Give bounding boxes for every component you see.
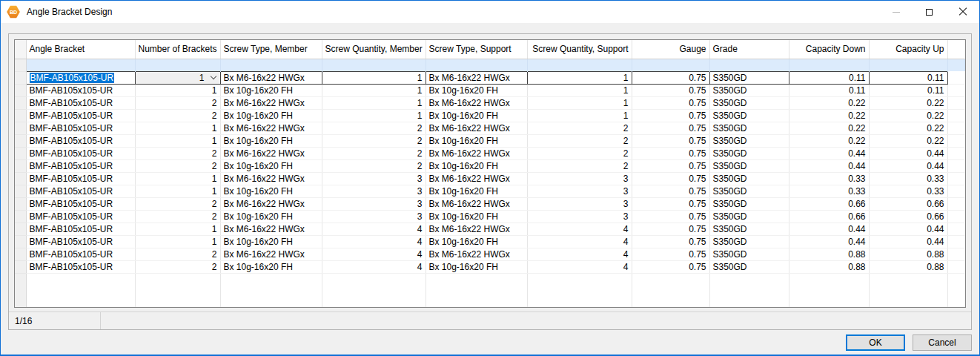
table-row[interactable]: BMF-AB105x105-UR2Bx 10g-16x20 FH3Bx 10g-… <box>15 210 965 222</box>
grid-cell-capacity-up[interactable]: 0.22 <box>869 109 947 122</box>
new-row-cell[interactable] <box>26 59 135 71</box>
grid-cell-grade[interactable]: S350GD <box>709 71 789 84</box>
grid-cell-screw-quantity-support[interactable]: 4 <box>527 260 632 273</box>
grid-cell-screw-type-support[interactable]: Bx 10g-16x20 FH <box>426 210 527 222</box>
grid-cell-screw-quantity-support[interactable]: 4 <box>527 248 632 260</box>
grid-cell-gauge[interactable]: 0.75 <box>632 147 709 159</box>
grid-cell-number-of-brackets[interactable]: 2 <box>135 260 220 273</box>
grid-cell-screw-quantity-support[interactable]: 4 <box>527 235 632 248</box>
grid-cell-angle-bracket[interactable]: BMF-AB105x105-UR <box>26 96 135 109</box>
grid-cell-screw-type-member[interactable]: Bx M6-16x22 HWGx <box>220 122 322 134</box>
grid-cell-angle-bracket[interactable]: BMF-AB105x105-UR <box>26 159 135 172</box>
minimize-button[interactable] <box>879 1 913 23</box>
grid-cell-capacity-up[interactable]: 0.44 <box>869 222 947 235</box>
table-row[interactable]: BMF-AB105x105-UR2Bx 10g-16x20 FH4Bx 10g-… <box>15 260 965 273</box>
grid-cell-screw-quantity-support[interactable]: 1 <box>527 109 632 122</box>
grid-cell-screw-quantity-member[interactable]: 2 <box>322 122 426 134</box>
grid-cell-screw-quantity-member[interactable]: 4 <box>322 248 426 260</box>
grid-cell-gauge[interactable]: 0.75 <box>632 260 709 273</box>
grid-cell-capacity-up[interactable]: 0.22 <box>869 134 947 147</box>
grid-cell-capacity-down[interactable]: 0.66 <box>789 197 869 210</box>
table-row[interactable]: BMF-AB105x105-UR1Bx 10g-16x20 FH4Bx 10g-… <box>15 235 965 248</box>
grid-cell-screw-type-support[interactable]: Bx M6-16x22 HWGx <box>426 248 527 260</box>
grid-cell-screw-quantity-member[interactable]: 4 <box>322 260 426 273</box>
table-row-selected[interactable]: BMF-AB105x105-UR1Bx M6-16x22 HWGx1Bx M6-… <box>15 71 965 84</box>
grid-cell-screw-type-member[interactable]: Bx 10g-16x20 FH <box>220 185 322 197</box>
grid-cell-screw-type-member[interactable]: Bx M6-16x22 HWGx <box>220 248 322 260</box>
new-row-cell[interactable] <box>426 59 527 71</box>
grid-cell-angle-bracket[interactable]: BMF-AB105x105-UR <box>26 172 135 185</box>
grid-cell-screw-quantity-support[interactable]: 3 <box>527 210 632 222</box>
number-of-brackets-combo[interactable]: 1 <box>136 72 220 84</box>
grid-cell-capacity-down[interactable]: 0.44 <box>789 159 869 172</box>
grid-cell-number-of-brackets[interactable]: 2 <box>135 197 220 210</box>
cancel-button[interactable]: Cancel <box>913 334 972 351</box>
row-header-cell[interactable] <box>15 96 26 109</box>
grid-cell-screw-quantity-support[interactable]: 2 <box>527 134 632 147</box>
grid-cell-screw-quantity-support[interactable]: 2 <box>527 147 632 159</box>
grid-cell-screw-type-member[interactable]: Bx M6-16x22 HWGx <box>220 96 322 109</box>
grid-cell-number-of-brackets[interactable]: 2 <box>135 159 220 172</box>
grid-cell-capacity-down[interactable]: 0.22 <box>789 96 869 109</box>
grid-cell-grade[interactable]: S350GD <box>709 185 789 197</box>
new-row-cell[interactable] <box>869 59 947 71</box>
grid-cell-gauge[interactable]: 0.75 <box>632 222 709 235</box>
grid-cell-gauge[interactable]: 0.75 <box>632 96 709 109</box>
grid-cell-number-of-brackets[interactable]: 1 <box>135 235 220 248</box>
grid-cell-screw-quantity-support[interactable]: 1 <box>527 96 632 109</box>
grid-cell-screw-quantity-member[interactable]: 1 <box>322 71 426 84</box>
grid-cell-capacity-down[interactable]: 0.66 <box>789 210 869 222</box>
table-row[interactable]: BMF-AB105x105-UR1Bx 10g-16x20 FH3Bx 10g-… <box>15 185 965 197</box>
grid-cell-screw-quantity-member[interactable]: 2 <box>322 147 426 159</box>
grid-cell-screw-type-support[interactable]: Bx 10g-16x20 FH <box>426 84 527 96</box>
grid-cell-gauge[interactable]: 0.75 <box>632 172 709 185</box>
grid-cell-number-of-brackets[interactable]: 2 <box>135 96 220 109</box>
grid-cell-screw-quantity-member[interactable]: 2 <box>322 159 426 172</box>
grid-cell-number-of-brackets[interactable]: 2 <box>135 109 220 122</box>
grid-cell-capacity-down[interactable]: 0.44 <box>789 235 869 248</box>
row-header-cell[interactable] <box>15 172 26 185</box>
grid-cell-screw-quantity-member[interactable]: 3 <box>322 172 426 185</box>
grid-cell-capacity-down[interactable]: 0.33 <box>789 185 869 197</box>
grid-cell-number-of-brackets[interactable]: 2 <box>135 147 220 159</box>
table-row[interactable]: BMF-AB105x105-UR2Bx M6-16x22 HWGx2Bx M6-… <box>15 147 965 159</box>
grid-cell-grade[interactable]: S350GD <box>709 222 789 235</box>
grid-cell-screw-quantity-support[interactable]: 1 <box>527 84 632 96</box>
grid-cell-capacity-down[interactable]: 0.33 <box>789 172 869 185</box>
grid-cell-screw-type-member[interactable]: Bx M6-16x22 HWGx <box>220 172 322 185</box>
grid-cell-capacity-up[interactable]: 0.11 <box>869 84 947 96</box>
grid-cell-angle-bracket[interactable]: BMF-AB105x105-UR <box>26 147 135 159</box>
grid-cell-screw-quantity-member[interactable]: 2 <box>322 134 426 147</box>
grid-new-row[interactable] <box>15 59 965 71</box>
grid-cell-screw-quantity-support[interactable]: 2 <box>527 159 632 172</box>
grid-cell-screw-type-support[interactable]: Bx 10g-16x20 FH <box>426 235 527 248</box>
row-header-cell[interactable] <box>15 134 26 147</box>
grid-cell-angle-bracket[interactable]: BMF-AB105x105-UR <box>26 235 135 248</box>
grid-cell-capacity-up[interactable]: 0.33 <box>869 185 947 197</box>
grid-cell-screw-type-support[interactable]: Bx M6-16x22 HWGx <box>426 71 527 84</box>
grid-cell-capacity-up[interactable]: 0.11 <box>869 71 947 84</box>
grid-cell-gauge[interactable]: 0.75 <box>632 248 709 260</box>
close-button[interactable] <box>946 1 979 23</box>
grid-cell-capacity-down[interactable]: 0.88 <box>789 248 869 260</box>
row-header-cell[interactable] <box>15 122 26 134</box>
grid-cell-gauge[interactable]: 0.75 <box>632 197 709 210</box>
grid-cell-angle-bracket[interactable]: BMF-AB105x105-UR <box>26 84 135 96</box>
grid-cell-angle-bracket[interactable]: BMF-AB105x105-UR <box>26 248 135 260</box>
grid-cell-capacity-up[interactable]: 0.66 <box>869 197 947 210</box>
table-row[interactable]: BMF-AB105x105-UR1Bx M6-16x22 HWGx2Bx M6-… <box>15 122 965 134</box>
grid-cell-grade[interactable]: S350GD <box>709 134 789 147</box>
grid-cell-number-of-brackets[interactable]: 2 <box>135 248 220 260</box>
grid-cell-number-of-brackets[interactable]: 1 <box>135 134 220 147</box>
grid-cell-screw-quantity-member[interactable]: 3 <box>322 185 426 197</box>
row-header-cell[interactable] <box>15 260 26 273</box>
data-grid[interactable]: Angle BracketNumber of BracketsScrew Typ… <box>14 39 966 308</box>
grid-cell-screw-type-support[interactable]: Bx M6-16x22 HWGx <box>426 122 527 134</box>
grid-cell-screw-type-member[interactable]: Bx M6-16x22 HWGx <box>220 147 322 159</box>
grid-cell-capacity-up[interactable]: 0.44 <box>869 235 947 248</box>
row-header-cell[interactable] <box>15 222 26 235</box>
grid-cell-capacity-up[interactable]: 0.44 <box>869 159 947 172</box>
grid-cell-number-of-brackets[interactable]: 1 <box>135 185 220 197</box>
table-row[interactable]: BMF-AB105x105-UR2Bx M6-16x22 HWGx3Bx M6-… <box>15 197 965 210</box>
new-row-cell[interactable] <box>322 59 426 71</box>
